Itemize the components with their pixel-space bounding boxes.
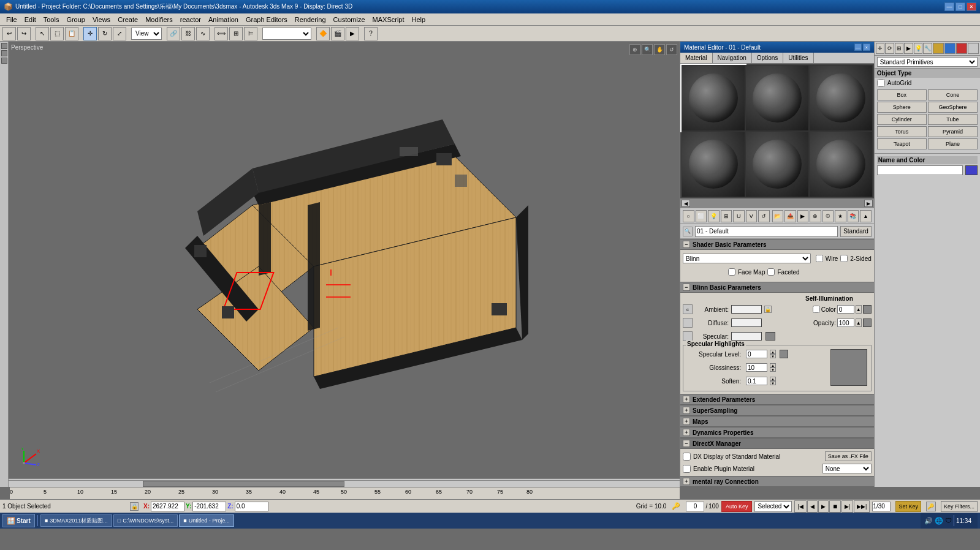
spec-level-swatch[interactable] <box>780 350 788 358</box>
ambient-lock[interactable]: 🔒 <box>764 306 772 313</box>
mat-type-icon[interactable]: 🔍 <box>683 227 693 236</box>
autogrid-checkbox[interactable] <box>877 79 885 87</box>
maps-toggle[interactable]: + <box>683 418 690 425</box>
quick-render-button[interactable]: ▶ <box>346 27 359 40</box>
mat-sphere-5[interactable] <box>745 131 809 197</box>
preview-scroll-right[interactable]: ▶ <box>864 200 873 207</box>
opacity-swatch[interactable] <box>863 318 872 327</box>
orbit-button[interactable]: ↺ <box>666 44 677 55</box>
menu-views[interactable]: Views <box>89 15 114 24</box>
spec-level-down[interactable]: ▼ <box>770 354 776 358</box>
put-to-scene[interactable]: 📤 <box>784 210 796 222</box>
menu-reactor[interactable]: reactor <box>177 15 205 24</box>
time-input[interactable] <box>686 502 704 511</box>
soften-up[interactable]: ▲ <box>770 377 776 381</box>
diffuse-map-btn[interactable] <box>683 318 693 328</box>
mat-sphere-1[interactable] <box>682 65 745 131</box>
goto-start-button[interactable]: |◀ <box>794 500 806 513</box>
specular-extra-swatch[interactable] <box>765 332 775 341</box>
ruler-area[interactable]: 0 5 10 15 20 25 30 35 40 45 50 55 60 65 … <box>10 488 680 499</box>
material-editor-button[interactable]: 🔶 <box>316 27 330 40</box>
mat-editor-close[interactable]: × <box>863 43 870 51</box>
self-illum-color-value[interactable] <box>837 305 854 314</box>
teapot-button[interactable]: Teapot <box>877 138 927 149</box>
assign-material[interactable]: ▶ <box>797 210 809 222</box>
left-tool-1[interactable] <box>1 43 7 49</box>
self-illum-color-checkbox[interactable] <box>813 306 820 313</box>
mat-tab-utilities[interactable]: Utilities <box>783 53 813 63</box>
auto-key-button[interactable]: Auto Key <box>721 501 753 512</box>
menu-graph-editors[interactable]: Graph Editors <box>242 15 291 24</box>
mat-editor-minimize[interactable]: — <box>854 43 862 51</box>
self-illum-spinner-up[interactable]: ▲ <box>856 305 862 314</box>
maps-header[interactable]: + Maps <box>680 416 874 427</box>
save-fx-button[interactable]: Save as .FX File <box>825 451 872 461</box>
mat-tab-options[interactable]: Options <box>752 53 783 63</box>
color-tab-1[interactable] <box>933 43 944 54</box>
shader-basic-section-header[interactable]: − Shader Basic Parameters <box>680 239 874 250</box>
menu-rendering[interactable]: Rendering <box>291 15 330 24</box>
color-tab-2[interactable] <box>944 43 955 54</box>
spec-level-up[interactable]: ▲ <box>770 350 776 354</box>
frame-time-input[interactable] <box>872 502 891 511</box>
glossiness-input[interactable] <box>746 363 767 372</box>
cone-button[interactable]: Cone <box>928 89 978 100</box>
ambient-swatch[interactable] <box>731 305 762 314</box>
copy-material[interactable]: © <box>822 210 834 222</box>
specular-level-input[interactable] <box>746 350 767 358</box>
stop-button[interactable]: ⏹ <box>829 500 841 513</box>
menu-customize[interactable]: Customize <box>330 15 369 24</box>
select-region-button[interactable]: ⬚ <box>50 27 64 40</box>
link-button[interactable]: 🔗 <box>167 27 180 40</box>
play-button[interactable]: ▶ <box>818 500 829 513</box>
specular-swatch[interactable] <box>731 332 762 341</box>
sample-cylinder-button[interactable]: ⬜ <box>696 210 707 222</box>
get-material[interactable]: 📂 <box>772 210 784 222</box>
render-scene-button[interactable]: 🎬 <box>331 27 344 40</box>
dynamics-header[interactable]: + Dynamics Properties <box>680 427 874 438</box>
prev-frame-button[interactable]: ◀ <box>807 500 818 513</box>
plugin-type-dropdown[interactable]: None <box>822 464 872 473</box>
gloss-down[interactable]: ▼ <box>770 367 776 372</box>
key-filter-icon[interactable]: 🔑 <box>926 502 936 511</box>
bind-space-warp[interactable]: ∿ <box>196 27 210 40</box>
viewport[interactable]: Perspective <box>9 42 680 478</box>
color-tab-3[interactable] <box>956 43 967 54</box>
menu-help[interactable]: Help <box>408 15 430 24</box>
mental-ray-toggle[interactable]: + <box>683 478 690 485</box>
material-type-button[interactable]: Standard <box>840 226 872 237</box>
diffuse-swatch[interactable] <box>731 318 762 327</box>
mirror-button[interactable]: ⟺ <box>215 27 228 40</box>
faceted-checkbox[interactable] <box>767 268 775 276</box>
menu-maxscript[interactable]: MAXScript <box>369 15 408 24</box>
mat-sphere-3[interactable] <box>809 65 873 131</box>
mat-sphere-4[interactable] <box>682 131 745 197</box>
box-button[interactable]: Box <box>877 89 927 100</box>
mat-nav-up[interactable]: ▲ <box>860 210 872 222</box>
set-key-button[interactable]: Set Key <box>895 501 921 512</box>
mat-tab-material[interactable]: Material <box>680 53 713 63</box>
put-to-library[interactable]: 📚 <box>848 210 859 222</box>
opacity-value[interactable] <box>837 318 854 327</box>
soften-input[interactable] <box>746 377 767 385</box>
key-filters-button[interactable]: Key Filters... <box>941 501 978 512</box>
reference-coord-dropdown[interactable]: View <box>131 28 162 40</box>
geosphere-button[interactable]: GeoSphere <box>928 102 978 113</box>
pyramid-button[interactable]: Pyramid <box>928 126 978 137</box>
specular-map-btn[interactable] <box>683 331 693 341</box>
display-tab-icon[interactable]: 💡 <box>914 43 923 54</box>
array-button[interactable]: ⊞ <box>229 27 243 40</box>
make-unique[interactable]: ★ <box>835 210 846 222</box>
extended-toggle[interactable]: + <box>683 396 690 403</box>
supersampling-header[interactable]: + SuperSampling <box>680 405 874 416</box>
select-rotate-button[interactable]: ↻ <box>98 27 112 40</box>
enable-plugin-checkbox[interactable] <box>683 465 691 473</box>
mental-ray-header[interactable]: + mental ray Connection <box>680 476 874 487</box>
unlink-button[interactable]: ⛓ <box>181 27 195 40</box>
align-button[interactable]: ⊨ <box>244 27 257 40</box>
two-sided-checkbox[interactable] <box>840 255 848 262</box>
tube-button[interactable]: Tube <box>928 114 978 125</box>
primitives-dropdown[interactable]: Standard Primitives <box>877 57 978 67</box>
cylinder-button[interactable]: Cylinder <box>877 114 927 125</box>
supersampling-toggle[interactable]: + <box>683 407 690 414</box>
